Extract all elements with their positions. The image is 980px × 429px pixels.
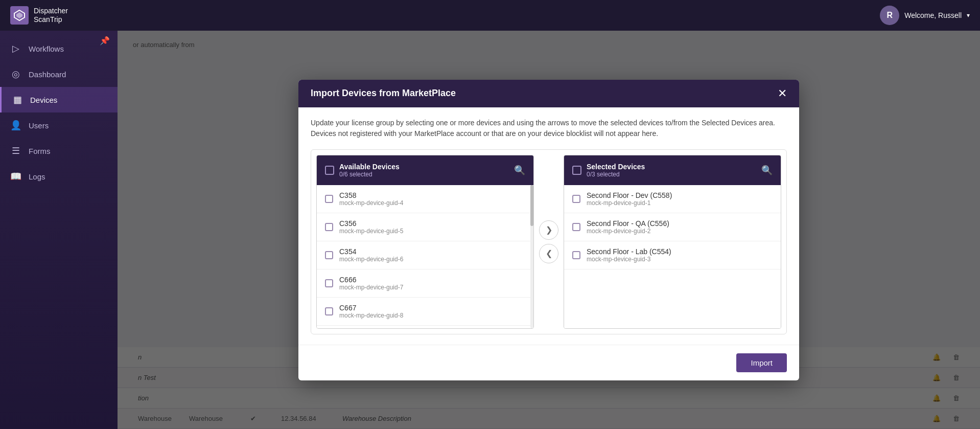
device-checkbox[interactable] [572, 223, 580, 231]
list-item[interactable]: C358 mock-mp-device-guid-4 [317, 185, 533, 213]
device-checkbox[interactable] [325, 195, 333, 203]
logo-icon [10, 6, 29, 25]
available-devices-panel: Available Devices 0/6 selected 🔍 C358 mo… [316, 155, 534, 329]
list-item[interactable]: Second Floor - Dev (C558) mock-mp-device… [564, 185, 781, 213]
available-panel-subtitle: 0/6 selected [339, 171, 509, 178]
sidebar-label-workflows: Workflows [29, 44, 64, 53]
logo-line1: Dispatcher [34, 7, 68, 15]
available-panel-title: Available Devices [339, 163, 509, 171]
user-avatar: R [880, 6, 899, 25]
device-name: C356 [339, 219, 525, 228]
selected-panel-title: Selected Devices [587, 163, 756, 171]
modal-body: Update your license group by selecting o… [298, 107, 799, 345]
modal-header: Import Devices from MarketPlace ✕ [298, 80, 799, 107]
list-item[interactable]: C666 mock-mp-device-guid-7 [317, 269, 533, 298]
sidebar-label-dashboard: Dashboard [29, 70, 66, 79]
logo-line2: ScanTrip [34, 15, 68, 24]
device-name: Second Floor - Lab (C554) [587, 247, 773, 256]
sidebar-item-forms[interactable]: ☰ Forms [0, 138, 118, 164]
device-info: C356 mock-mp-device-guid-5 [339, 219, 525, 235]
available-devices-list: C358 mock-mp-device-guid-4 C356 mock-mp-… [317, 185, 533, 328]
device-guid: mock-mp-device-guid-5 [339, 228, 525, 235]
sidebar-item-devices[interactable]: ▦ Devices [0, 87, 118, 112]
dashboard-icon: ◎ [10, 69, 21, 80]
sidebar-item-dashboard[interactable]: ◎ Dashboard [0, 61, 118, 87]
device-name: C667 [339, 304, 525, 312]
device-guid: mock-mp-device-guid-6 [339, 256, 525, 263]
device-guid: mock-mp-device-guid-1 [587, 199, 773, 207]
sidebar-label-users: Users [29, 121, 49, 130]
workflows-icon: ▷ [10, 43, 21, 54]
device-checkbox[interactable] [572, 251, 580, 259]
scrollbar-thumb[interactable] [530, 185, 533, 226]
move-left-button[interactable]: ❮ [539, 244, 558, 263]
device-info: C667 mock-mp-device-guid-8 [339, 304, 525, 319]
sidebar-label-devices: Devices [30, 96, 57, 104]
device-name: Second Floor - QA (C556) [587, 219, 773, 228]
import-modal: Import Devices from MarketPlace ✕ Update… [298, 80, 799, 380]
device-guid: mock-mp-device-guid-3 [587, 256, 773, 263]
modal-footer: Import [298, 345, 799, 380]
selected-devices-list: Second Floor - Dev (C558) mock-mp-device… [564, 185, 781, 328]
header-right: R Welcome, Russell ▾ [880, 6, 970, 25]
transfer-arrows: ❯ ❮ [539, 220, 558, 263]
device-checkbox[interactable] [572, 195, 580, 203]
sidebar-item-logs[interactable]: 📖 Logs [0, 164, 118, 189]
available-select-all-checkbox[interactable] [325, 166, 334, 175]
sidebar-label-logs: Logs [29, 172, 45, 181]
forms-icon: ☰ [10, 145, 21, 156]
modal-description: Update your license group by selecting o… [311, 118, 787, 139]
transfer-container: Available Devices 0/6 selected 🔍 C358 mo… [311, 149, 787, 334]
logo-text: Dispatcher ScanTrip [34, 7, 68, 24]
sidebar: 📌 ▷ Workflows ◎ Dashboard ▦ Devices 👤 Us… [0, 31, 118, 429]
device-guid: mock-mp-device-guid-7 [339, 284, 525, 291]
list-item[interactable]: C354 mock-mp-device-guid-6 [317, 241, 533, 269]
available-panel-title-group: Available Devices 0/6 selected [339, 163, 509, 178]
selected-panel-header: Selected Devices 0/3 selected 🔍 [564, 155, 781, 185]
content-area: or automatically from Actions n 🔔 🗑 n Te… [118, 31, 980, 429]
move-right-button[interactable]: ❯ [539, 220, 558, 240]
selected-select-all-checkbox[interactable] [572, 166, 581, 175]
devices-icon: ▦ [12, 94, 23, 105]
list-item[interactable]: Second Floor - Lab (C554) mock-mp-device… [564, 241, 781, 269]
pin-icon: 📌 [100, 36, 110, 46]
device-name: C358 [339, 191, 525, 199]
close-button[interactable]: ✕ [778, 88, 787, 99]
device-checkbox[interactable] [325, 251, 333, 259]
list-item[interactable]: C667 mock-mp-device-guid-8 [317, 298, 533, 326]
main-layout: 📌 ▷ Workflows ◎ Dashboard ▦ Devices 👤 Us… [0, 31, 980, 429]
device-info: Second Floor - QA (C556) mock-mp-device-… [587, 219, 773, 235]
welcome-text: Welcome, Russell [904, 11, 962, 19]
dropdown-arrow-icon[interactable]: ▾ [967, 12, 970, 19]
selected-devices-panel: Selected Devices 0/3 selected 🔍 Second F… [564, 155, 781, 329]
sidebar-label-forms: Forms [29, 147, 51, 155]
modal-title: Import Devices from MarketPlace [311, 88, 456, 99]
available-search-icon[interactable]: 🔍 [514, 165, 525, 176]
sidebar-item-users[interactable]: 👤 Users [0, 112, 118, 138]
app-header: Dispatcher ScanTrip R Welcome, Russell ▾ [0, 0, 980, 31]
selected-panel-title-group: Selected Devices 0/3 selected [587, 163, 756, 178]
users-icon: 👤 [10, 120, 21, 131]
list-item[interactable]: Second Floor - QA (C556) mock-mp-device-… [564, 213, 781, 241]
device-info: C358 mock-mp-device-guid-4 [339, 191, 525, 207]
device-guid: mock-mp-device-guid-2 [587, 228, 773, 235]
svg-marker-1 [16, 12, 22, 18]
device-name: C354 [339, 247, 525, 256]
selected-search-icon[interactable]: 🔍 [761, 165, 773, 176]
logo-area: Dispatcher ScanTrip [10, 6, 68, 25]
available-panel-header: Available Devices 0/6 selected 🔍 [317, 155, 533, 185]
logs-icon: 📖 [10, 171, 21, 182]
device-guid: mock-mp-device-guid-8 [339, 312, 525, 319]
import-button[interactable]: Import [736, 353, 787, 372]
device-guid: mock-mp-device-guid-4 [339, 199, 525, 207]
device-info: C666 mock-mp-device-guid-7 [339, 276, 525, 291]
device-checkbox[interactable] [325, 307, 333, 315]
scrollbar-track [530, 185, 533, 328]
device-info: Second Floor - Lab (C554) mock-mp-device… [587, 247, 773, 263]
device-name: Second Floor - Dev (C558) [587, 191, 773, 199]
list-item[interactable]: C356 mock-mp-device-guid-5 [317, 213, 533, 241]
device-checkbox[interactable] [325, 223, 333, 231]
device-info: C354 mock-mp-device-guid-6 [339, 247, 525, 263]
device-info: Second Floor - Dev (C558) mock-mp-device… [587, 191, 773, 207]
device-checkbox[interactable] [325, 279, 333, 287]
